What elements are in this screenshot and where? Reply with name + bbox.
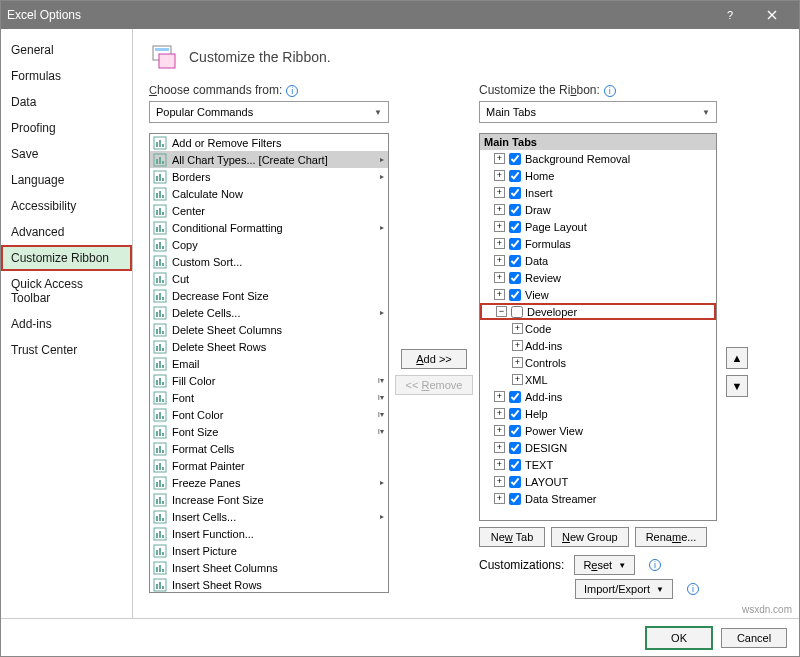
info-icon[interactable]: i (687, 583, 699, 595)
sidebar-item-add-ins[interactable]: Add-ins (1, 311, 132, 337)
expander-icon[interactable]: + (494, 425, 505, 436)
tab-checkbox[interactable] (509, 272, 521, 284)
tree-item[interactable]: +Add-ins (480, 337, 716, 354)
tab-checkbox[interactable] (511, 306, 523, 318)
tab-checkbox[interactable] (509, 408, 521, 420)
expander-icon[interactable]: + (494, 459, 505, 470)
command-item[interactable]: Freeze Panes▸ (150, 474, 388, 491)
move-up-button[interactable]: ▲ (726, 347, 748, 369)
tree-item[interactable]: +View (480, 286, 716, 303)
expander-icon[interactable]: + (494, 221, 505, 232)
tab-checkbox[interactable] (509, 153, 521, 165)
sidebar-item-formulas[interactable]: Formulas (1, 63, 132, 89)
command-item[interactable]: Copy (150, 236, 388, 253)
import-export-dropdown[interactable]: Import/Export▼ (575, 579, 673, 599)
expander-icon[interactable]: + (494, 170, 505, 181)
command-item[interactable]: Delete Sheet Rows (150, 338, 388, 355)
ok-button[interactable]: OK (645, 626, 713, 650)
new-tab-button[interactable]: New Tab (479, 527, 545, 547)
tab-checkbox[interactable] (509, 459, 521, 471)
command-item[interactable]: Insert Function... (150, 525, 388, 542)
sidebar-item-advanced[interactable]: Advanced (1, 219, 132, 245)
command-item[interactable]: Format Painter (150, 457, 388, 474)
command-item[interactable]: Insert Cells...▸ (150, 508, 388, 525)
tab-checkbox[interactable] (509, 442, 521, 454)
tree-item[interactable]: +Background Removal (480, 150, 716, 167)
command-item[interactable]: Email (150, 355, 388, 372)
cancel-button[interactable]: Cancel (721, 628, 787, 648)
tab-checkbox[interactable] (509, 204, 521, 216)
expander-icon[interactable]: + (494, 187, 505, 198)
tree-item[interactable]: +Data Streamer (480, 490, 716, 507)
tree-item[interactable]: +Draw (480, 201, 716, 218)
tab-checkbox[interactable] (509, 255, 521, 267)
tree-item[interactable]: +DESIGN (480, 439, 716, 456)
command-item[interactable]: Format Cells (150, 440, 388, 457)
tab-checkbox[interactable] (509, 493, 521, 505)
command-item[interactable]: Insert Picture (150, 542, 388, 559)
help-button[interactable]: ? (709, 1, 751, 29)
new-group-button[interactable]: New Group (551, 527, 629, 547)
expander-icon[interactable]: + (494, 391, 505, 402)
expander-icon[interactable]: + (494, 238, 505, 249)
command-item[interactable]: Delete Cells...▸ (150, 304, 388, 321)
tree-item[interactable]: +XML (480, 371, 716, 388)
move-down-button[interactable]: ▼ (726, 375, 748, 397)
commands-source-combo[interactable]: Popular Commands▼ (149, 101, 389, 123)
ribbon-target-combo[interactable]: Main Tabs▼ (479, 101, 717, 123)
tree-item[interactable]: +Power View (480, 422, 716, 439)
tree-item[interactable]: +Code (480, 320, 716, 337)
expander-icon[interactable]: + (512, 323, 523, 334)
tree-item[interactable]: +Add-ins (480, 388, 716, 405)
sidebar-item-accessibility[interactable]: Accessibility (1, 193, 132, 219)
tree-item[interactable]: +Help (480, 405, 716, 422)
ribbon-tree[interactable]: Main Tabs+Background Removal+Home+Insert… (479, 133, 717, 521)
close-button[interactable] (751, 1, 793, 29)
tab-checkbox[interactable] (509, 425, 521, 437)
sidebar-item-customize-ribbon[interactable]: Customize Ribbon (1, 245, 132, 271)
tab-checkbox[interactable] (509, 476, 521, 488)
command-item[interactable]: All Chart Types... [Create Chart]▸ (150, 151, 388, 168)
tab-checkbox[interactable] (509, 170, 521, 182)
tab-checkbox[interactable] (509, 187, 521, 199)
tree-item[interactable]: +Insert (480, 184, 716, 201)
command-item[interactable]: Conditional Formatting▸ (150, 219, 388, 236)
tree-item[interactable]: +Page Layout (480, 218, 716, 235)
sidebar-item-save[interactable]: Save (1, 141, 132, 167)
command-item[interactable]: Borders▸ (150, 168, 388, 185)
tab-checkbox[interactable] (509, 289, 521, 301)
tree-item[interactable]: +Review (480, 269, 716, 286)
command-item[interactable]: Add or Remove Filters (150, 134, 388, 151)
expander-icon[interactable]: + (512, 357, 523, 368)
command-item[interactable]: Insert Sheet Columns (150, 559, 388, 576)
expander-icon[interactable]: + (512, 340, 523, 351)
tree-item[interactable]: −Developer (480, 303, 716, 320)
sidebar-item-trust-center[interactable]: Trust Center (1, 337, 132, 363)
tree-item[interactable]: +Controls (480, 354, 716, 371)
expander-icon[interactable]: − (496, 306, 507, 317)
expander-icon[interactable]: + (494, 289, 505, 300)
expander-icon[interactable]: + (494, 255, 505, 266)
expander-icon[interactable]: + (494, 272, 505, 283)
expander-icon[interactable]: + (494, 476, 505, 487)
commands-listbox[interactable]: Add or Remove FiltersAll Chart Types... … (149, 133, 389, 593)
tab-checkbox[interactable] (509, 391, 521, 403)
sidebar-item-language[interactable]: Language (1, 167, 132, 193)
expander-icon[interactable]: + (494, 493, 505, 504)
command-item[interactable]: FontI▾ (150, 389, 388, 406)
tree-item[interactable]: +LAYOUT (480, 473, 716, 490)
command-item[interactable]: Decrease Font Size (150, 287, 388, 304)
command-item[interactable]: Font SizeI▾ (150, 423, 388, 440)
command-item[interactable]: Font ColorI▾ (150, 406, 388, 423)
tree-item[interactable]: +TEXT (480, 456, 716, 473)
command-item[interactable]: Delete Sheet Columns (150, 321, 388, 338)
add-button[interactable]: Add >> (401, 349, 467, 369)
info-icon[interactable]: i (604, 85, 616, 97)
tab-checkbox[interactable] (509, 221, 521, 233)
command-item[interactable]: Insert Sheet Rows (150, 576, 388, 593)
expander-icon[interactable]: + (494, 204, 505, 215)
reset-dropdown[interactable]: Reset▼ (574, 555, 635, 575)
tree-item[interactable]: +Data (480, 252, 716, 269)
expander-icon[interactable]: + (494, 442, 505, 453)
command-item[interactable]: Center (150, 202, 388, 219)
